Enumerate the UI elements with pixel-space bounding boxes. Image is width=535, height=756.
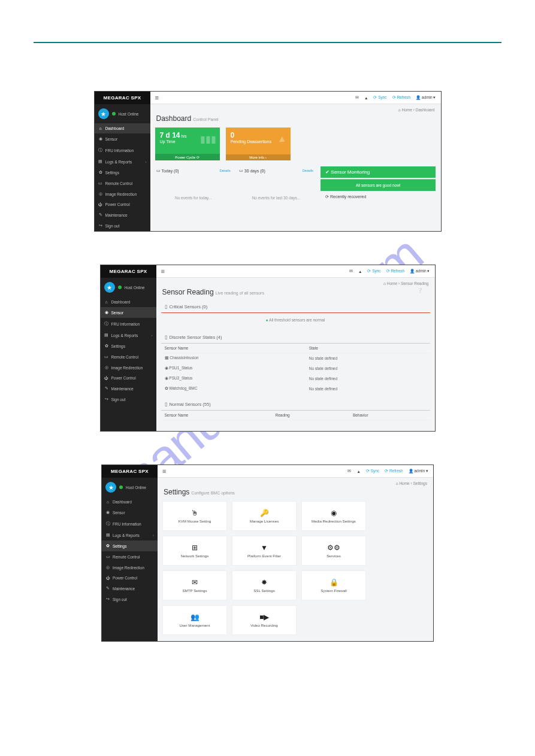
nav-settings[interactable]: ✿Settings [102, 541, 158, 551]
discrete-sensors-header[interactable]: ▯Discrete Sensor States (4) [161, 332, 430, 344]
nav-remote[interactable]: ▭Remote Control [102, 551, 158, 562]
nav-dashboard[interactable]: ⌂Dashboard [101, 297, 156, 307]
nav-power[interactable]: ⏻Power Control [101, 373, 156, 383]
sensor-icon: ✿ [165, 386, 168, 390]
nav-image[interactable]: ◎Image Redirection [95, 189, 150, 199]
hamburger-icon[interactable]: ≡ [155, 94, 159, 101]
sync-button[interactable]: ⟳ Sync [366, 469, 379, 473]
nav-fru[interactable]: ⓘFRU Information [101, 318, 156, 330]
nav-maintenance[interactable]: ✎Maintenance [101, 383, 156, 394]
check-icon: ✔ [325, 169, 330, 175]
critical-sensors-header[interactable]: ▯Critical Sensors (0) [161, 301, 430, 313]
table-row[interactable]: ✿ Watchdog_BMCNo state defined [161, 384, 430, 394]
card-ssl[interactable]: ✸SSL Settings [232, 570, 297, 600]
card-pef[interactable]: ▼Platform Event Filter [232, 536, 297, 566]
mail-icon[interactable]: ✉ [349, 269, 353, 274]
breadcrumb: ⌂ Home › Settings [158, 478, 433, 485]
card-network[interactable]: ⊞Network Settings [162, 536, 227, 566]
app-logo: MEGARAC SPX [102, 465, 158, 478]
nav-dashboard[interactable]: ⌂Dashboard [95, 123, 150, 133]
nav-dashboard[interactable]: ⌂Dashboard [102, 497, 158, 507]
nav-fru[interactable]: ⓘFRU Information [95, 144, 150, 156]
mail-icon[interactable]: ✉ [355, 95, 359, 100]
normal-sensors-header[interactable]: ▯Normal Sensors (55) [161, 399, 430, 411]
card-services[interactable]: ⚙⚙Services [301, 536, 366, 566]
nav-logs[interactable]: ▤Logs & Reports› [95, 156, 150, 167]
nav-signout[interactable]: ↪Sign out [95, 220, 150, 231]
sidebar: MEGARAC SPX ★ Host Online ⌂Dashboard ◉Se… [101, 265, 156, 431]
screenshot-sensor: MEGARAC SPX ★ Host Online ⌂Dashboard ◉Se… [100, 265, 436, 432]
bookmark-icon: ▯ [165, 402, 167, 407]
normal-table: Sensor NameReadingBehavior [161, 411, 430, 420]
refresh-button[interactable]: ⟳ Refresh [386, 269, 405, 274]
user-menu[interactable]: 👤 admin ▾ [409, 469, 428, 473]
mail-icon[interactable]: ✉ [347, 469, 351, 473]
calendar-icon: ▭ [156, 168, 161, 173]
alert-icon[interactable]: ▲ [356, 469, 360, 473]
nav-remote[interactable]: ▭Remote Control [95, 178, 150, 189]
table-row[interactable]: ◉ PSU2_StatusNo state defined [161, 374, 430, 384]
host-status: ★ Host Online [101, 278, 156, 297]
nav-fru[interactable]: ⓘFRU Information [102, 518, 158, 530]
nav-sensor[interactable]: ◉Sensor [101, 307, 156, 318]
card-firewall[interactable]: 🔒System Firewall [301, 570, 366, 600]
table-row[interactable]: ▦ ChassisIntrusionNo state defined [161, 353, 430, 363]
discrete-table: Sensor NameState ▦ ChassisIntrusionNo st… [161, 344, 430, 394]
refresh-button[interactable]: ⟳ Refresh [392, 95, 411, 100]
nav-maintenance[interactable]: ✎Maintenance [102, 583, 158, 594]
nav-power[interactable]: ⏻Power Control [95, 199, 150, 210]
alert-icon[interactable]: ▲ [358, 269, 362, 274]
lock-icon: 🔒 [330, 578, 338, 587]
nav-logs[interactable]: ▤Logs & Reports› [101, 330, 156, 341]
breadcrumb: ⌂ Home › Sensor Reading [156, 278, 435, 286]
nav-image[interactable]: ◎Image Redirection [102, 562, 158, 573]
sync-button[interactable]: ⟳ Sync [373, 95, 386, 100]
nav-settings[interactable]: ✿Settings [101, 341, 156, 351]
chart-icon: ▤ [98, 159, 103, 164]
card-smtp[interactable]: ✉SMTP Settings [162, 570, 227, 600]
card-video[interactable]: ■▶Video Recording [232, 605, 297, 635]
table-row[interactable]: ◉ PSU1_StatusNo state defined [161, 363, 430, 374]
sync-button[interactable]: ⟳ Sync [367, 269, 380, 274]
nav-maintenance[interactable]: ✎Maintenance [95, 210, 150, 220]
bars-icon: ▮▮▮ [200, 133, 216, 145]
details-link[interactable]: Details [219, 169, 230, 172]
refresh-button[interactable]: ⟳ Refresh [385, 469, 403, 473]
topbar: ≡ ✉ ▲ ⟳ Sync ⟳ Refresh 👤 admin ▾ [156, 265, 435, 278]
details-link[interactable]: Details [303, 169, 313, 172]
card-users[interactable]: 👥User Management [162, 605, 227, 635]
nav-logs[interactable]: ▤Logs & Reports› [102, 530, 158, 541]
uptime-tile[interactable]: 7 d 14hrs Up Time ▮▮▮ Power Cycle ⟳ [155, 127, 220, 160]
card-licenses[interactable]: 🔑Manage Licenses [232, 501, 297, 531]
sensor-icon: ◉ [165, 376, 168, 380]
nav-remote[interactable]: ▭Remote Control [101, 351, 156, 362]
screenshot-dashboard: MEGARAC SPX ★ Host Online ⌂Dashboard ◉Se… [94, 91, 442, 232]
status-dot-icon [118, 286, 122, 289]
nav-sensor[interactable]: ◉Sensor [95, 133, 150, 144]
hamburger-icon[interactable]: ≡ [162, 467, 166, 475]
monitor-icon: ▭ [98, 181, 103, 186]
sync-icon: ⟳ [373, 95, 377, 99]
screenshot-settings: MEGARAC SPX ★ Host Online ⌂Dashboard ◉Se… [101, 464, 434, 642]
pending-tile[interactable]: 0 Pending Deassertions ▲ More info › [226, 127, 291, 160]
alert-icon[interactable]: ▲ [364, 96, 368, 100]
user-menu[interactable]: 👤 admin ▾ [410, 269, 430, 274]
card-kvm-mouse[interactable]: 🖱KVM Mouse Setting [162, 501, 227, 531]
nav-signout[interactable]: ↪Sign out [102, 594, 158, 605]
card-media-redir[interactable]: ◉Media Redirection Settings [301, 501, 366, 531]
nav-sensor[interactable]: ◉Sensor [102, 507, 158, 518]
wrench-icon: ✎ [98, 212, 103, 217]
nav-power[interactable]: ⏻Power Control [102, 573, 158, 583]
hamburger-icon[interactable]: ≡ [161, 268, 165, 275]
disc-icon: ◎ [98, 192, 103, 196]
nav-signout[interactable]: ↪Sign out [101, 394, 156, 405]
sensor-icon: ▦ [165, 356, 169, 360]
clock-icon: ⟳ [325, 195, 329, 199]
nav-image[interactable]: ◎Image Redirection [101, 362, 156, 373]
sidebar: MEGARAC SPX ★ Host Online ⌂Dashboard ◉Se… [95, 92, 150, 231]
help-icon[interactable]: ❔ [417, 288, 429, 293]
sensor-monitoring-panel: ✔ Sensor Monitoring All sensors are good… [321, 166, 436, 218]
gears-icon: ⚙⚙ [327, 544, 340, 552]
user-menu[interactable]: 👤 admin ▾ [416, 95, 436, 100]
nav-settings[interactable]: ✿Settings [95, 167, 150, 178]
